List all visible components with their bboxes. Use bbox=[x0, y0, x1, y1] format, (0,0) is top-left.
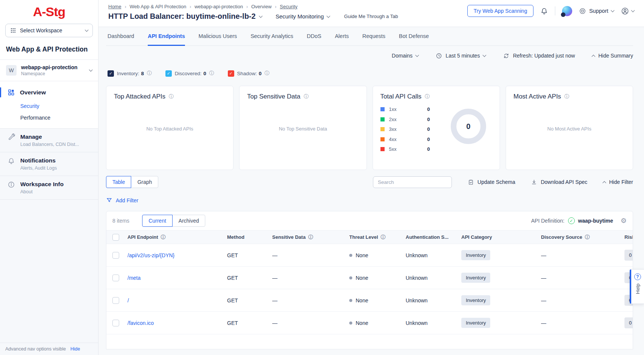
state-toggle-current[interactable]: Current bbox=[142, 215, 173, 227]
bell-icon[interactable] bbox=[540, 7, 548, 15]
hide-nav-link[interactable]: Hide bbox=[70, 346, 80, 352]
counter-discovered[interactable]: ✓Discovered:0ⓘ bbox=[165, 70, 214, 77]
breadcrumb-item[interactable]: webapp-api-protection bbox=[194, 4, 243, 9]
endpoint-link[interactable]: /api/v2/us-zip/{DYN} bbox=[127, 252, 174, 258]
sidebar-item-workspace-info[interactable]: Workspace Info About bbox=[0, 176, 98, 200]
endpoint-link[interactable]: /meta bbox=[127, 275, 141, 281]
threat-level-cell: None bbox=[349, 275, 406, 281]
breadcrumb-security[interactable]: Security bbox=[280, 4, 297, 9]
checkbox-checked-icon[interactable]: ✓ bbox=[228, 70, 234, 77]
breadcrumb-item[interactable]: Overview bbox=[251, 4, 271, 9]
state-toggle-archived[interactable]: Archived bbox=[172, 215, 205, 227]
threat-level-cell: None bbox=[349, 320, 406, 326]
endpoint-link[interactable]: / bbox=[127, 297, 129, 303]
checkbox-checked-icon[interactable]: ✓ bbox=[108, 70, 114, 77]
row-checkbox-cell bbox=[112, 275, 127, 281]
view-dropdown[interactable]: Security Monitoring bbox=[276, 13, 330, 20]
info-icon[interactable]: ⓘ bbox=[585, 234, 590, 241]
legend-label: 3xx bbox=[389, 126, 397, 132]
account-menu[interactable] bbox=[621, 7, 634, 15]
threat-level-text: None bbox=[356, 275, 368, 281]
row-checkbox-cell bbox=[112, 252, 127, 259]
tab-api-endpoints[interactable]: API Endpoints bbox=[148, 27, 185, 46]
download-api-spec-button[interactable]: Download API Spec bbox=[531, 179, 587, 185]
breadcrumb-home[interactable]: Home bbox=[108, 4, 121, 9]
assistant-orb-icon[interactable] bbox=[562, 6, 572, 16]
help-tab[interactable]: ? Help bbox=[630, 269, 644, 304]
column-header-label: Threat Level bbox=[349, 234, 378, 240]
refresh-label: Refresh: Updated just now bbox=[513, 53, 575, 59]
api-category-cell: Inventory bbox=[461, 295, 541, 305]
tab-security-analytics[interactable]: Security Analytics bbox=[250, 27, 293, 46]
sidebar-item-manage[interactable]: Manage Load Balancers, CDN Dist... bbox=[0, 129, 98, 152]
breadcrumb-item[interactable]: Web App & API Protection bbox=[130, 4, 186, 9]
method-cell: GET bbox=[227, 252, 272, 258]
sidebar-item-overview[interactable]: Overview bbox=[0, 87, 98, 97]
info-icon bbox=[8, 181, 15, 194]
view-toggle-graph[interactable]: Graph bbox=[131, 176, 158, 188]
view-toggle-table[interactable]: Table bbox=[106, 176, 131, 188]
clipboard-check-icon bbox=[468, 179, 474, 185]
info-icon[interactable]: ⓘ bbox=[425, 93, 430, 100]
row-checkbox[interactable] bbox=[112, 252, 119, 259]
row-checkbox[interactable] bbox=[112, 275, 119, 281]
time-range-dropdown[interactable]: Last 5 minutes bbox=[436, 53, 486, 59]
domains-dropdown[interactable]: Domains bbox=[392, 53, 418, 59]
tab-ddos[interactable]: DDoS bbox=[307, 27, 321, 46]
empty-state-text: No Top Attacked APIs bbox=[114, 100, 226, 157]
gear-icon[interactable]: ⚙ bbox=[621, 217, 627, 225]
legend-item: 2xx0 bbox=[380, 117, 430, 122]
counter-inventory[interactable]: ✓Inventory:8ⓘ bbox=[108, 70, 152, 77]
info-icon[interactable]: ⓘ bbox=[381, 234, 386, 241]
info-icon[interactable]: ⓘ bbox=[147, 70, 152, 77]
try-web-app-scanning-button[interactable]: Try Web App Scanning bbox=[467, 5, 533, 17]
info-icon[interactable]: ⓘ bbox=[169, 93, 174, 100]
update-schema-button[interactable]: Update Schema bbox=[468, 179, 515, 185]
column-header-threat-level: Threat Levelⓘ bbox=[349, 234, 406, 241]
info-icon[interactable]: ⓘ bbox=[265, 70, 270, 77]
select-workspace-dropdown[interactable]: Select Workspace bbox=[5, 24, 93, 37]
refresh-button[interactable]: Refresh: Updated just now bbox=[503, 53, 575, 59]
discovery-source-cell: — bbox=[541, 320, 624, 326]
support-menu[interactable]: Support bbox=[579, 8, 614, 15]
namespace-selector[interactable]: W webapp-api-protection Namespace bbox=[0, 59, 98, 81]
hide-filter-toggle[interactable]: Hide Filter bbox=[603, 179, 633, 185]
chevron-up-icon bbox=[592, 55, 596, 58]
time-range-label: Last 5 minutes bbox=[445, 53, 480, 59]
legend-item: 4xx0 bbox=[380, 137, 430, 142]
row-checkbox[interactable] bbox=[112, 320, 119, 326]
tab-requests[interactable]: Requests bbox=[362, 27, 385, 46]
select-all-checkbox[interactable] bbox=[112, 234, 119, 241]
api-definition-value[interactable]: waap-buytime bbox=[578, 218, 613, 224]
legend-swatch bbox=[380, 147, 385, 151]
info-icon[interactable]: ⓘ bbox=[161, 234, 166, 241]
tab-malicious-users[interactable]: Malicious Users bbox=[199, 27, 237, 46]
risk-score-cell: 0 bbox=[624, 250, 633, 261]
table-row: /api/v2/us-zip/{DYN}GET—NoneUnknownInven… bbox=[106, 244, 633, 267]
sidebar-item-notifications[interactable]: Notifications Alerts, Audit Logs bbox=[0, 152, 98, 176]
view-toggle: TableGraph bbox=[106, 176, 158, 188]
info-icon[interactable]: ⓘ bbox=[304, 93, 309, 100]
hide-summary-toggle[interactable]: Hide Summary bbox=[592, 53, 633, 59]
checkbox-checked-icon[interactable]: ✓ bbox=[165, 70, 172, 77]
counter-shadow[interactable]: ✓Shadow:0ⓘ bbox=[228, 70, 270, 77]
info-icon[interactable]: ⓘ bbox=[564, 93, 569, 100]
guide-me-link[interactable]: Guide Me Through a Tab bbox=[344, 14, 398, 19]
row-checkbox[interactable] bbox=[112, 297, 119, 304]
legend-label: 4xx bbox=[389, 137, 397, 142]
advanced-nav-text: Advanced nav options visible bbox=[5, 346, 66, 352]
category-badge: Inventory bbox=[461, 250, 490, 260]
chevron-down-icon[interactable] bbox=[259, 14, 262, 18]
info-icon[interactable]: ⓘ bbox=[308, 234, 313, 241]
tab-bot-defense[interactable]: Bot Defense bbox=[399, 27, 429, 46]
add-filter-button[interactable]: Add Filter bbox=[106, 197, 633, 203]
endpoint-link[interactable]: /favicon.ico bbox=[127, 320, 154, 326]
sidebar-item-security[interactable]: Security bbox=[0, 103, 98, 109]
tab-dashboard[interactable]: Dashboard bbox=[108, 27, 134, 46]
tab-alerts[interactable]: Alerts bbox=[335, 27, 349, 46]
threat-level-text: None bbox=[356, 297, 368, 303]
api-category-cell: Inventory bbox=[461, 318, 541, 328]
info-icon[interactable]: ⓘ bbox=[209, 70, 214, 77]
sidebar-item-performance[interactable]: Performance bbox=[0, 115, 98, 121]
search-input[interactable] bbox=[373, 176, 452, 188]
